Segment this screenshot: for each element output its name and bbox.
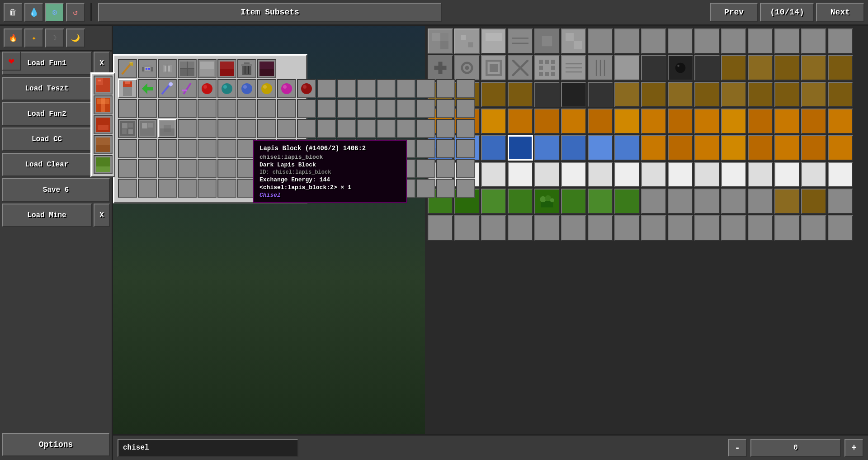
inv-slot-lapis-13[interactable] <box>377 119 396 138</box>
inv-slot-2-4[interactable] <box>198 99 217 118</box>
right-item-88[interactable] <box>641 162 666 187</box>
right-item-19[interactable] <box>508 55 533 81</box>
inv-slot-2-1[interactable] <box>138 99 157 118</box>
search-input[interactable] <box>118 439 298 457</box>
water-icon-btn[interactable]: 💧 <box>24 3 43 22</box>
right-item-3[interactable] <box>508 28 533 54</box>
inv-slot-1-16[interactable] <box>436 79 455 98</box>
right-item-86[interactable] <box>588 162 613 187</box>
inv-slot-1-13[interactable] <box>377 79 396 98</box>
right-item-47[interactable] <box>828 82 853 107</box>
right-item-95[interactable] <box>828 162 853 187</box>
right-item-113[interactable] <box>454 215 480 241</box>
right-item-13[interactable] <box>774 28 800 54</box>
inv-slot-lapis-15[interactable] <box>416 119 435 138</box>
right-item-28[interactable] <box>748 55 773 81</box>
inv-slot-1-4[interactable] <box>198 79 217 98</box>
inv-slot-4-17[interactable] <box>456 159 475 178</box>
right-item-118[interactable] <box>588 215 613 241</box>
inv-slot-5-5[interactable] <box>217 179 236 198</box>
inv-slot-lapis-11[interactable] <box>337 119 356 138</box>
right-item-12[interactable] <box>748 28 773 54</box>
inv-slot-4-5[interactable] <box>217 159 236 178</box>
right-item-122[interactable] <box>694 215 720 241</box>
load-cc-button[interactable]: Load CC <box>2 128 92 151</box>
right-item-14[interactable] <box>801 28 826 54</box>
inv-slot-2-11[interactable] <box>337 99 356 118</box>
right-item-20[interactable] <box>534 55 560 81</box>
load-mine-button[interactable]: Load Mine <box>2 204 92 227</box>
right-item-62[interactable] <box>801 109 826 134</box>
inv-slot-2-0[interactable] <box>118 99 137 118</box>
right-item-69[interactable] <box>561 135 586 161</box>
right-item-101[interactable] <box>561 189 586 214</box>
inv-slot-lapis-1[interactable] <box>138 119 157 138</box>
inv-slot-5-2[interactable] <box>158 179 177 198</box>
inv-slot-5-17[interactable] <box>456 179 475 198</box>
inv-slot-0-4[interactable] <box>198 59 217 78</box>
inv-slot-3-15[interactable] <box>416 139 435 158</box>
right-item-41[interactable] <box>668 82 693 107</box>
right-item-87[interactable] <box>614 162 640 187</box>
right-item-120[interactable] <box>641 215 666 241</box>
right-item-17[interactable] <box>454 55 480 81</box>
inv-slot-2-10[interactable] <box>317 99 336 118</box>
right-item-43[interactable] <box>721 82 746 107</box>
right-item-5[interactable] <box>561 28 586 54</box>
inv-slot-0-0[interactable] <box>118 59 137 78</box>
inv-slot-1-7[interactable] <box>257 79 276 98</box>
right-item-58[interactable] <box>694 109 720 134</box>
inv-slot-4-4[interactable] <box>198 159 217 178</box>
inv-slot-lapis-0[interactable] <box>118 119 137 138</box>
inv-slot-lapis-5[interactable] <box>217 119 236 138</box>
load-fun1-x-button[interactable]: X <box>94 52 110 75</box>
right-item-68[interactable] <box>534 135 560 161</box>
right-item-83[interactable] <box>508 162 533 187</box>
inv-slot-lapis-7[interactable] <box>257 119 276 138</box>
right-item-42[interactable] <box>694 82 720 107</box>
load-teszt-button[interactable]: Load Teszt <box>2 77 92 100</box>
right-item-99[interactable] <box>508 189 533 214</box>
inv-slot-lapis-8[interactable] <box>277 119 296 138</box>
inv-slot-1-17[interactable] <box>456 79 475 98</box>
right-item-45[interactable] <box>774 82 800 107</box>
right-item-16[interactable] <box>428 55 453 81</box>
inv-slot-1-2[interactable] <box>158 79 177 98</box>
side-slot-2[interactable] <box>94 115 113 134</box>
inv-slot-2-8[interactable] <box>277 99 296 118</box>
inv-slot-5-0[interactable] <box>118 179 137 198</box>
right-item-74[interactable] <box>694 135 720 161</box>
inv-slot-1-15[interactable] <box>416 79 435 98</box>
right-item-75[interactable] <box>721 135 746 161</box>
inv-slot-2-6[interactable] <box>237 99 256 118</box>
inv-slot-3-3[interactable] <box>178 139 197 158</box>
inv-slot-5-3[interactable] <box>178 179 197 198</box>
right-item-116[interactable] <box>534 215 560 241</box>
inv-slot-1-6[interactable] <box>237 79 256 98</box>
right-item-35[interactable] <box>508 82 533 107</box>
right-item-121[interactable] <box>668 215 693 241</box>
trash-icon-btn[interactable]: 🗑 <box>4 3 23 22</box>
right-item-31[interactable] <box>828 55 853 81</box>
inv-slot-lapis-2[interactable] <box>158 119 177 138</box>
right-item-119[interactable] <box>614 215 640 241</box>
inv-slot-5-1[interactable] <box>138 179 157 198</box>
plus-button[interactable]: + <box>844 439 863 457</box>
prev-button[interactable]: Prev <box>710 3 758 22</box>
right-item-89[interactable] <box>668 162 693 187</box>
right-item-102[interactable] <box>588 189 613 214</box>
right-item-82[interactable] <box>481 162 506 187</box>
right-item-107[interactable] <box>721 189 746 214</box>
inv-slot-2-13[interactable] <box>377 99 396 118</box>
inv-slot-5-4[interactable] <box>198 179 217 198</box>
right-item-40[interactable] <box>641 82 666 107</box>
inv-slot-0-7[interactable] <box>257 59 276 78</box>
side-slot-3[interactable] <box>94 135 113 154</box>
right-item-123[interactable] <box>721 215 746 241</box>
right-item-57[interactable] <box>668 109 693 134</box>
inv-slot-4-2[interactable] <box>158 159 177 178</box>
inv-slot-0-3[interactable] <box>178 59 197 78</box>
inv-slot-lapis-17[interactable] <box>456 119 475 138</box>
inv-slot-3-5[interactable] <box>217 139 236 158</box>
right-item-21[interactable] <box>561 55 586 81</box>
